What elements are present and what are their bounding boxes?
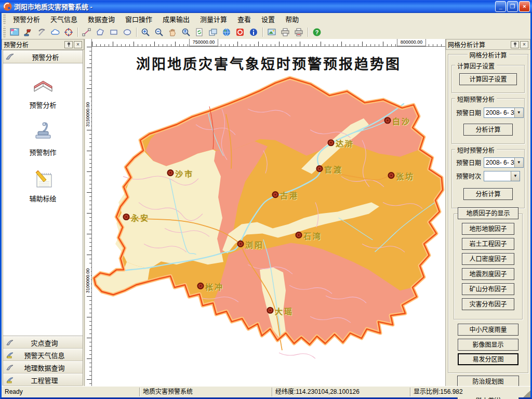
- menu-output[interactable]: 成果输出: [157, 13, 195, 25]
- warning-time-label: 预警时次: [456, 171, 481, 180]
- status-system-name: 地质灾害预警系统: [139, 388, 272, 396]
- left-panel: 预警分析 × 预警分析 预警分: [2, 39, 85, 387]
- rectangle-tool-icon[interactable]: [108, 26, 120, 38]
- tool-aux-plotting[interactable]: 辅助标绘: [3, 168, 83, 203]
- menu-settings[interactable]: 设置: [256, 13, 280, 25]
- zoom-out-icon[interactable]: [153, 26, 165, 38]
- minimize-button[interactable]: _: [495, 1, 506, 12]
- status-coordinates: 经纬度:114.230104,28.100126: [272, 388, 410, 396]
- geotech-factor-button[interactable]: 岩土工程因子: [462, 238, 514, 250]
- seismic-factor-button[interactable]: 地震烈度因子: [462, 268, 514, 280]
- factor-display-button[interactable]: 地质因子的显示: [458, 207, 518, 219]
- city-marker: [385, 117, 391, 123]
- print-preview-icon[interactable]: [292, 26, 305, 38]
- pen-hand-icon: [6, 352, 15, 358]
- city-marker: [168, 170, 174, 176]
- crosshair-tool-icon[interactable]: [62, 26, 75, 38]
- tool-label: 辅助标绘: [29, 193, 56, 203]
- menu-data-query[interactable]: 数据查询: [83, 13, 120, 25]
- zoom-extent-icon[interactable]: [180, 26, 192, 38]
- close-panel-icon[interactable]: ×: [74, 41, 82, 48]
- menu-grip[interactable]: [3, 14, 6, 23]
- pin-icon[interactable]: [64, 41, 73, 48]
- city-label: 大瑶: [275, 305, 294, 316]
- city-label: 枨冲: [205, 281, 224, 292]
- cloud-tool-icon[interactable]: [49, 26, 61, 38]
- nowcast-fieldset: 短时预警分析 预警日期 2008- 6- 3 ▼ 预警时次: [451, 149, 525, 208]
- menu-warning-analysis[interactable]: 预警分析: [8, 13, 45, 25]
- close-button[interactable]: ×: [519, 1, 530, 12]
- refresh-icon[interactable]: [193, 26, 206, 38]
- title-bar[interactable]: 浏阳市地质灾害预警系统 - _ ❐ ×: [0, 0, 532, 13]
- population-factor-button[interactable]: 人口密度因子: [462, 253, 514, 265]
- resize-grip[interactable]: [523, 390, 530, 397]
- quill-icon: [6, 339, 15, 346]
- factor-settings-button[interactable]: 计算因子设置: [459, 73, 517, 85]
- ruler-label: 750000.00: [189, 39, 218, 46]
- city-marker: [238, 241, 244, 247]
- quill-icon: [5, 52, 16, 61]
- city-marker: [389, 172, 394, 178]
- pan-hand-icon[interactable]: [166, 26, 179, 38]
- city-label: 官渡: [324, 164, 343, 175]
- disaster-factor-button[interactable]: 灾害分布因子: [462, 298, 514, 310]
- status-bar: Ready 地质灾害预警系统 经纬度:114.230104,28.100126 …: [2, 386, 530, 397]
- rainfall-button[interactable]: 中小尺度雨量: [458, 324, 518, 336]
- tool-warning-analysis[interactable]: 预警分析: [3, 75, 83, 110]
- menu-help[interactable]: 帮助: [280, 13, 304, 25]
- mine-factor-button[interactable]: 矿山分布因子: [462, 283, 514, 295]
- print-icon[interactable]: [279, 26, 291, 38]
- group-warning-weather-info[interactable]: 预警天气信息: [3, 349, 83, 361]
- area-select-icon[interactable]: [8, 26, 21, 38]
- terrain-factor-button[interactable]: 地形地貌因子: [462, 223, 514, 235]
- city-marker: [328, 140, 334, 145]
- info-icon[interactable]: [247, 26, 260, 38]
- group-label: 预警天气信息: [17, 350, 83, 360]
- toolbar-grip[interactable]: [3, 26, 6, 38]
- app-window: 浏阳市地质灾害预警系统 - _ ❐ × 预警分析 天气信息 数据查询 窗口操作 …: [0, 0, 532, 399]
- nowcast-date-combo[interactable]: 2008- 6- 3 ▼: [484, 157, 524, 168]
- chevron-down-icon[interactable]: ▼: [514, 108, 523, 117]
- stop-icon[interactable]: [234, 26, 246, 38]
- polygon-tool-icon[interactable]: [94, 26, 107, 38]
- tool-warning-making[interactable]: 预警制作: [3, 121, 83, 157]
- image-view-icon[interactable]: [265, 26, 278, 38]
- help-icon[interactable]: ?: [311, 26, 323, 38]
- combo-value: 2008- 6- 3: [484, 159, 514, 166]
- pickaxe-tool-icon[interactable]: [35, 26, 48, 38]
- menu-window-ops[interactable]: 窗口操作: [120, 13, 157, 25]
- map-canvas[interactable]: 浏阳地质灾害气象短时预警预报趋势图 白沙 达浒 官渡 张坊 沙市 永安 古港 石…: [92, 47, 445, 387]
- vertical-ruler: 3150000.00 3100000.00: [85, 39, 92, 387]
- svg-text:?: ?: [315, 29, 319, 35]
- hammer-tool-icon[interactable]: [22, 26, 34, 38]
- close-panel-icon[interactable]: ×: [520, 41, 528, 48]
- city-marker: [198, 283, 204, 289]
- toolbar-separator: [262, 28, 263, 37]
- ruler-label: 3150000.00: [85, 99, 91, 130]
- susceptibility-map-button[interactable]: 易发分区图: [458, 353, 518, 365]
- restore-button[interactable]: ❐: [507, 1, 518, 12]
- tool-label: 预警制作: [29, 147, 56, 157]
- menu-weather-info[interactable]: 天气信息: [45, 13, 83, 25]
- chevron-down-icon[interactable]: ▼: [514, 158, 523, 167]
- chevron-down-icon[interactable]: ▼: [511, 171, 520, 181]
- warning-date-label: 预警日期: [456, 158, 481, 167]
- layers-icon[interactable]: [207, 26, 219, 38]
- menu-measure[interactable]: 测量计算: [195, 13, 232, 25]
- nowcast-time-combo[interactable]: ▼: [484, 171, 520, 181]
- zoom-in-icon[interactable]: [139, 26, 152, 38]
- line-tool-icon[interactable]: [81, 26, 93, 38]
- short-term-date-combo[interactable]: 2008- 6- 3 ▼: [484, 108, 524, 118]
- nowcast-analyze-button[interactable]: 分析计算: [463, 188, 513, 200]
- group-geo-data-query[interactable]: 地理数据查询: [3, 361, 83, 374]
- short-term-analyze-button[interactable]: 分析计算: [463, 124, 513, 136]
- menu-view[interactable]: 查看: [232, 13, 256, 25]
- globe-icon[interactable]: [220, 26, 233, 38]
- ellipse-tool-icon[interactable]: [121, 26, 134, 38]
- group-project-management[interactable]: 工程管理: [3, 374, 83, 386]
- pen-hand-icon: [6, 377, 15, 383]
- city-marker: [273, 192, 278, 197]
- group-disaster-point-query[interactable]: 灾点查询: [3, 336, 83, 349]
- pin-icon[interactable]: [511, 41, 519, 48]
- imagery-button[interactable]: 影像图显示: [458, 339, 518, 351]
